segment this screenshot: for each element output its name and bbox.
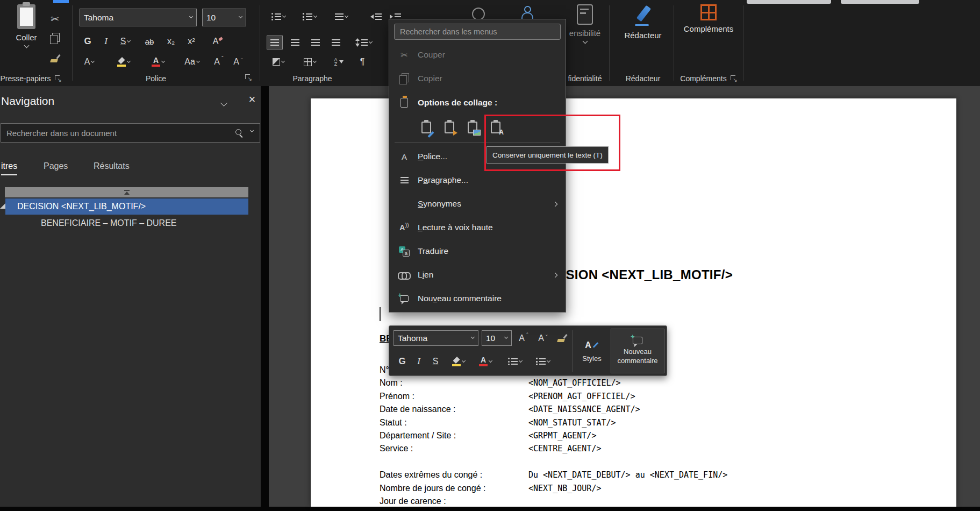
- mini-numbering-button[interactable]: [530, 353, 556, 370]
- numbering-button[interactable]: [298, 9, 321, 25]
- paste-option-merge-button[interactable]: [440, 118, 459, 137]
- sort-button[interactable]: AZ: [329, 54, 348, 70]
- align-right-button[interactable]: [307, 34, 324, 51]
- tab-titres[interactable]: itres: [1, 161, 17, 175]
- chevron-down-icon: [239, 15, 242, 18]
- navigation-pane: Navigation × itres Pages Résultats DECIS…: [0, 86, 261, 507]
- menu-item-synonymes[interactable]: Synonymes: [389, 192, 566, 216]
- mini-new-comment-button[interactable]: Nouveau commentaire: [611, 329, 664, 373]
- shading-button[interactable]: [267, 54, 290, 70]
- new-comment-button-label: Nouveau commentaire: [611, 347, 664, 365]
- doc-field-row: Jour de carence :: [380, 495, 940, 508]
- mini-format-painter-button[interactable]: [554, 330, 570, 346]
- menu-item-traduire[interactable]: Traduire: [389, 239, 566, 263]
- multilevel-list-button[interactable]: [329, 9, 354, 25]
- account-button[interactable]: [519, 4, 534, 19]
- text-effects-button[interactable]: A: [80, 54, 99, 70]
- clear-formatting-button[interactable]: A: [208, 33, 228, 49]
- nav-collapse-all-bar[interactable]: [5, 187, 248, 197]
- doc-field-row: [380, 456, 940, 469]
- menu-item-lecture-a-voix-haute[interactable]: A)) Lecture à voix haute: [389, 216, 566, 239]
- underline-icon: S: [120, 37, 126, 46]
- paste-option-keep-source-button[interactable]: [417, 118, 435, 137]
- bold-button[interactable]: G: [80, 33, 96, 49]
- chevron-down-icon: [282, 13, 286, 17]
- mini-bold-button[interactable]: G: [395, 353, 410, 370]
- mini-shrink-font-button[interactable]: Aˇ: [534, 330, 552, 346]
- italic-button[interactable]: I: [99, 33, 113, 49]
- grow-font-icon: A: [519, 333, 525, 343]
- caret-down-icon: ˇ: [546, 334, 548, 340]
- strikethrough-button[interactable]: ab: [140, 33, 159, 49]
- mini-grow-font-button[interactable]: Aˆ: [515, 330, 532, 346]
- doc-field-value: <PRENOM_AGT_OFFICIEL/>: [528, 392, 635, 401]
- mini-font-color-button[interactable]: A: [473, 353, 498, 370]
- font-name-select[interactable]: Tahoma: [80, 9, 197, 26]
- underline-button[interactable]: S: [115, 33, 135, 49]
- sensitivity-button[interactable]: ensibilité: [560, 4, 610, 43]
- menu-item-paragraphe[interactable]: Paragraphe...: [389, 168, 566, 192]
- addins-button[interactable]: Compléments: [678, 4, 739, 33]
- pilcrow-button[interactable]: ¶: [355, 54, 370, 70]
- nav-item-beneficiaire[interactable]: BENEFICIAIRE – MOTIF – DUREE: [41, 218, 176, 228]
- font-dialog-launcher-icon[interactable]: [245, 74, 252, 81]
- menu-item-label: Traduire: [418, 246, 448, 256]
- cut-button[interactable]: ✂: [47, 12, 62, 26]
- sort-az-icon: AZ: [334, 58, 337, 66]
- change-case-button[interactable]: Aa: [180, 54, 204, 70]
- privacy-group-label-text: fidentialité: [568, 74, 602, 83]
- font-size-value: 10: [206, 13, 216, 23]
- highlight-button[interactable]: [112, 54, 135, 70]
- format-painter-button[interactable]: [47, 52, 62, 66]
- search-icon[interactable]: [235, 129, 244, 137]
- menu-item-nouveau-commentaire[interactable]: Nouveau commentaire: [389, 287, 566, 310]
- menu-item-label: Couper: [418, 50, 445, 60]
- chevron-down-icon: [91, 59, 95, 62]
- mini-underline-button[interactable]: S: [428, 353, 443, 370]
- styles-icon: A: [585, 340, 599, 350]
- menu-search-input[interactable]: [394, 24, 561, 40]
- borders-button[interactable]: [298, 54, 321, 70]
- mini-italic-button[interactable]: I: [412, 353, 426, 370]
- shrink-font-button[interactable]: Aˇ: [230, 54, 246, 70]
- line-spacing-button[interactable]: [350, 34, 376, 51]
- subscript-button[interactable]: x₂: [162, 33, 180, 49]
- font-name-value: Tahoma: [84, 13, 113, 23]
- align-center-icon: [287, 36, 303, 49]
- shading-icon: [273, 58, 280, 66]
- bullets-button[interactable]: [267, 9, 290, 25]
- paste-button[interactable]: Coller: [9, 4, 44, 47]
- mini-toolbar-divider: [572, 330, 573, 372]
- nav-search-input[interactable]: [1, 123, 260, 143]
- align-left-button[interactable]: [267, 34, 283, 51]
- editor-button[interactable]: Rédacteur: [616, 4, 670, 40]
- mini-font-size-select[interactable]: 10: [482, 330, 512, 346]
- paste-option-picture-button[interactable]: [463, 118, 482, 137]
- tab-resultats[interactable]: Résultats: [94, 161, 130, 175]
- justify-button[interactable]: [328, 34, 344, 51]
- font-size-select[interactable]: 10: [202, 9, 246, 26]
- nav-collapse-button[interactable]: [221, 98, 226, 108]
- copy-button[interactable]: [47, 31, 62, 45]
- align-center-button[interactable]: [287, 34, 303, 51]
- paragraph-lines-icon: [398, 177, 411, 183]
- grow-font-button[interactable]: Aˆ: [211, 54, 227, 70]
- menu-item-lien[interactable]: Lien: [389, 263, 566, 287]
- mini-bullets-button[interactable]: [502, 353, 528, 370]
- nav-close-button[interactable]: ×: [245, 93, 259, 107]
- sensitivity-icon: [577, 4, 593, 25]
- superscript-button[interactable]: x²: [183, 33, 200, 49]
- nav-item-decision[interactable]: DECISION <NEXT_LIB_MOTIF/>: [5, 198, 248, 215]
- mini-highlight-button[interactable]: [446, 353, 471, 370]
- chevron-down-icon: [582, 39, 588, 44]
- bullet-list-icon: [508, 358, 518, 365]
- mini-font-name-select[interactable]: Tahoma: [394, 330, 478, 346]
- tab-pages[interactable]: Pages: [44, 161, 68, 175]
- mini-styles-button[interactable]: A Styles: [576, 331, 607, 371]
- font-color-button[interactable]: A: [146, 54, 170, 70]
- lines-icon: [375, 13, 382, 20]
- decrease-indent-button[interactable]: [368, 9, 384, 25]
- addins-dialog-launcher-icon[interactable]: [731, 75, 737, 82]
- scissors-icon: ✂: [398, 50, 411, 60]
- clipboard-dialog-launcher-icon[interactable]: [55, 75, 61, 82]
